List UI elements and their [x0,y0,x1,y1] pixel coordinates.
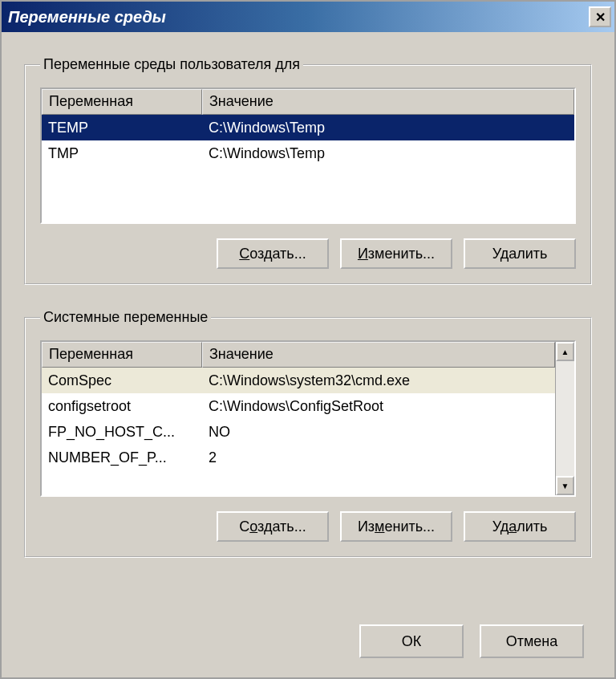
user-variables-table: Переменная Значение TEMP C:\Windows\Temp… [40,87,576,224]
user-col-value[interactable]: Значение [202,89,574,115]
scroll-track[interactable] [556,361,574,476]
ok-button[interactable]: ОК [359,624,464,658]
btn-label: здать... [257,518,306,535]
dialog-window: Переменные среды ✕ Переменные среды поль… [0,0,616,679]
close-button[interactable]: ✕ [589,6,611,27]
window-title: Переменные среды [8,8,166,26]
cell-value: C:\Windows\Temp [202,144,574,164]
titlebar: Переменные среды ✕ [2,2,614,32]
btn-label: оздать... [249,246,306,262]
user-delete-button[interactable]: Удалить [464,238,576,269]
scroll-up-button[interactable]: ▲ [556,342,574,361]
table-row[interactable]: configsetroot C:\Windows\ConfigSetRoot [42,393,555,419]
btn-label: зменить... [368,246,435,262]
dialog-content: Переменные среды пользователя для Переме… [2,32,614,677]
user-table-body: Переменная Значение TEMP C:\Windows\Temp… [42,89,574,222]
cancel-button[interactable]: Отмена [480,624,584,658]
chevron-down-icon: ▼ [561,482,569,490]
cell-value: C:\Windows\system32\cmd.exe [202,371,555,391]
system-group-legend: Системные переменные [40,309,211,326]
cell-variable: TEMP [42,118,202,138]
system-col-value[interactable]: Значение [202,342,555,368]
system-scrollbar[interactable]: ▲ ▼ [555,342,574,495]
table-row[interactable]: FP_NO_HOST_C... NO [42,419,555,445]
close-icon: ✕ [595,10,606,25]
btn-label: лить [517,518,547,535]
dialog-button-row: ОК Отмена [24,624,592,663]
scroll-down-button[interactable]: ▼ [556,476,574,495]
system-table-header: Переменная Значение [42,342,555,368]
system-button-row: Создать... Изменить... Удалить [40,511,576,542]
system-table-rows: ComSpec C:\Windows\system32\cmd.exe conf… [42,368,555,495]
user-variables-group: Переменные среды пользователя для Переме… [24,56,592,285]
user-create-button[interactable]: Создать... [217,238,329,269]
user-table-header: Переменная Значение [42,89,574,115]
system-col-variable[interactable]: Переменная [42,342,202,368]
cell-variable: configsetroot [42,396,202,417]
user-table-rows: TEMP C:\Windows\Temp TMP C:\Windows\Temp [42,115,574,222]
cell-variable: NUMBER_OF_P... [42,448,202,468]
table-row[interactable]: NUMBER_OF_P... 2 [42,445,555,470]
cell-variable: FP_NO_HOST_C... [42,422,202,442]
system-variables-group: Системные переменные Переменная Значение… [24,309,592,558]
table-row[interactable]: ComSpec C:\Windows\system32\cmd.exe [42,368,555,393]
table-row[interactable]: TEMP C:\Windows\Temp [42,115,574,140]
user-button-row: Создать... Изменить... Удалить [40,238,576,269]
system-variables-table: Переменная Значение ComSpec C:\Windows\s… [40,340,576,497]
cell-value: C:\Windows\ConfigSetRoot [202,396,555,417]
system-table-body: Переменная Значение ComSpec C:\Windows\s… [42,342,555,495]
user-edit-button[interactable]: Изменить... [340,238,452,269]
system-edit-button[interactable]: Изменить... [340,511,452,542]
cell-variable: TMP [42,144,202,164]
user-col-variable[interactable]: Переменная [42,89,202,115]
cell-value: C:\Windows\Temp [202,118,574,138]
table-row[interactable]: TMP C:\Windows\Temp [42,140,574,166]
system-create-button[interactable]: Создать... [217,511,329,542]
cell-variable: ComSpec [42,371,202,391]
user-group-legend: Переменные среды пользователя для [40,56,303,73]
cell-value: 2 [202,448,555,468]
cell-value: NO [202,422,555,442]
chevron-up-icon: ▲ [561,348,569,356]
btn-label: енить... [384,518,435,535]
system-delete-button[interactable]: Удалить [464,511,576,542]
